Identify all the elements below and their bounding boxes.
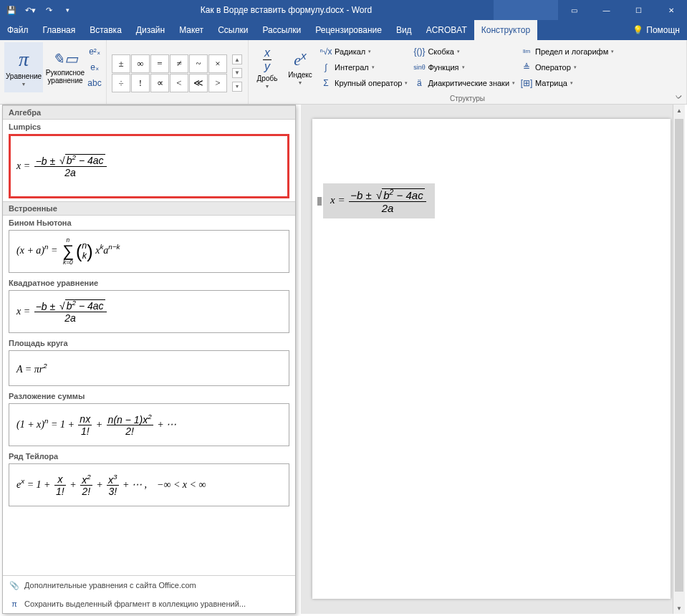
sym-propto[interactable]: ∝ xyxy=(150,74,169,92)
sym-neq[interactable]: ≠ xyxy=(170,54,188,73)
tab-file[interactable]: Файл xyxy=(0,20,36,40)
symbols-more-icon[interactable]: ▾ xyxy=(232,82,242,92)
window-controls: ▭ — ☐ ✕ xyxy=(494,0,687,20)
vertical-scrollbar[interactable]: ▲ ▼ xyxy=(673,105,685,614)
gallery-item-taylor[interactable]: ex = 1 + x1! + x22! + x33! + ⋯ , −∞ < x … xyxy=(9,463,289,506)
ink-equation-button[interactable]: ✎▭ Рукописное уравнение xyxy=(46,42,85,92)
limits-icon: lim xyxy=(521,46,532,57)
radical-icon: ⁿ√x xyxy=(320,46,332,57)
ribbon-group-structures: xy Дробь ▼ ex Индекс ▼ ⁿ√xРадикал ▾ ∫Инт… xyxy=(249,40,687,104)
matrix-icon: [⊞] xyxy=(521,77,532,89)
scroll-up-icon[interactable]: ▲ xyxy=(673,105,685,116)
collapse-ribbon-icon[interactable]: ᨆ xyxy=(676,92,683,101)
symbols-grid: ± ∞ = ≠ ~ × ÷ ! ∝ < ≪ > xyxy=(111,54,228,93)
gallery-item-binomial[interactable]: (x + a)n = n∑k=0(nk) xkan−k xyxy=(9,230,289,273)
index-button[interactable]: ex Индекс ▼ xyxy=(284,42,316,92)
document-page[interactable]: x = −b ± b2 − 4ac2a xyxy=(312,119,671,599)
symbols-down-icon[interactable]: ▼ xyxy=(232,68,242,78)
limits-button[interactable]: limПредел и логарифм ▾ xyxy=(519,44,615,59)
quick-access-toolbar: 💾 ↶▾ ↷ ▾ xyxy=(0,0,79,20)
fraction-icon: xy xyxy=(261,47,273,73)
sym-infinity[interactable]: ∞ xyxy=(131,54,150,73)
scrollbar-thumb[interactable] xyxy=(675,119,683,592)
gallery-category-algebra: Алгебра xyxy=(3,105,295,120)
lightbulb-icon: 💡 xyxy=(633,25,643,35)
symbols-up-icon[interactable]: ▲ xyxy=(232,54,242,64)
ribbon-tabs: Файл Главная Вставка Дизайн Макет Ссылки… xyxy=(0,20,687,40)
tab-acrobat[interactable]: ACROBAT xyxy=(419,20,474,40)
matrix-button[interactable]: [⊞]Матрица ▾ xyxy=(519,75,615,90)
equation-button[interactable]: π Уравнение ▼ xyxy=(4,42,43,92)
gallery-section-binomial: Бином Ньютона xyxy=(3,216,295,228)
tab-references[interactable]: Ссылки xyxy=(211,20,255,40)
index-icon: ex xyxy=(294,49,306,69)
integral-icon: ∫ xyxy=(320,62,332,73)
sym-tilde[interactable]: ~ xyxy=(189,54,208,73)
ribbon-group-tools: π Уравнение ▼ ✎▭ Рукописное уравнение e²… xyxy=(0,40,107,104)
integral-button[interactable]: ∫Интеграл ▾ xyxy=(319,59,409,74)
linear-btn[interactable]: eₓ xyxy=(87,59,102,74)
tab-mailings[interactable]: Рассылки xyxy=(255,20,308,40)
fraction-button[interactable]: xy Дробь ▼ xyxy=(253,42,282,92)
equation-handle[interactable] xyxy=(317,197,322,206)
ink-icon: ✎▭ xyxy=(52,50,78,67)
sym-factorial[interactable]: ! xyxy=(131,74,150,92)
undo-icon[interactable]: ↶▾ xyxy=(21,0,39,20)
function-button[interactable]: sinθФункция ▾ xyxy=(412,59,517,74)
sym-times[interactable]: × xyxy=(208,54,227,73)
bracket-button[interactable]: {()}Скобка ▾ xyxy=(412,44,517,59)
close-button[interactable]: ✕ xyxy=(655,0,687,20)
operator-icon: ≜ xyxy=(521,62,532,73)
ribbon-group-symbols: ± ∞ = ≠ ~ × ÷ ! ∝ < ≪ > ▲ ▼ ▾ xyxy=(107,40,249,104)
gallery-section-sum-expansion: Разложение суммы xyxy=(3,389,295,402)
save-icon[interactable]: 💾 xyxy=(3,0,20,20)
large-operator-button[interactable]: ΣКрупный оператор ▾ xyxy=(319,75,409,90)
tab-insert[interactable]: Вставка xyxy=(82,20,129,40)
tab-constructor[interactable]: Конструктор xyxy=(474,20,537,40)
tab-design[interactable]: Дизайн xyxy=(129,20,172,40)
scroll-down-icon[interactable]: ▼ xyxy=(673,602,685,614)
bracket-icon: {()} xyxy=(413,46,425,57)
tab-review[interactable]: Рецензирование xyxy=(308,20,389,40)
tab-view[interactable]: Вид xyxy=(389,20,419,40)
symbols-scroll: ▲ ▼ ▾ xyxy=(231,53,244,93)
sym-gt[interactable]: > xyxy=(208,74,227,92)
sym-lt[interactable]: < xyxy=(170,74,188,92)
sym-divide[interactable]: ÷ xyxy=(112,74,130,92)
professional-btn[interactable]: e²ₓ xyxy=(87,44,102,59)
structures-col-3: limПредел и логарифм ▾ ≜Оператор ▾ [⊞]Ма… xyxy=(519,42,615,90)
sym-much-lt[interactable]: ≪ xyxy=(189,74,208,92)
operator-button[interactable]: ≜Оператор ▾ xyxy=(519,59,615,74)
account-area[interactable] xyxy=(494,0,558,20)
tab-layout[interactable]: Макет xyxy=(172,20,211,40)
gallery-item-lumpics-quadratic[interactable]: x = −b ± b2 − 4ac2a xyxy=(9,134,289,198)
diacritical-button[interactable]: äДиакритические знаки ▾ xyxy=(412,75,517,90)
sigma-icon: Σ xyxy=(320,77,332,89)
tell-me[interactable]: 💡 Помощн xyxy=(625,20,687,40)
window-title: Как в Ворде вставить формулу.docx - Word xyxy=(79,5,494,15)
document-equation[interactable]: x = −b ± b2 − 4ac2a xyxy=(323,183,435,218)
gallery-item-circle-area[interactable]: A = πr2 xyxy=(9,350,289,386)
gallery-section-circle-area: Площадь круга xyxy=(3,336,295,349)
ribbon: π Уравнение ▼ ✎▭ Рукописное уравнение e²… xyxy=(0,40,687,105)
gallery-item-sum-expansion[interactable]: (1 + x)n = 1 + nx1! + n(n − 1)x22! + ⋯ xyxy=(9,403,289,446)
gallery-category-builtin: Встроенные xyxy=(3,201,295,216)
pi-small-icon: π xyxy=(9,598,20,610)
normal-text-btn[interactable]: abc xyxy=(87,75,102,90)
equation-gallery-dropdown: Алгебра Lumpics x = −b ± b2 − 4ac2a Встр… xyxy=(2,105,296,614)
redo-icon[interactable]: ↷ xyxy=(40,0,57,20)
qa-customize-icon[interactable]: ▾ xyxy=(59,0,76,20)
gallery-more-equations[interactable]: 📎 Дополнительные уравнения с сайта Offic… xyxy=(3,576,295,595)
ribbon-display-icon[interactable]: ▭ xyxy=(558,0,590,20)
radical-button[interactable]: ⁿ√xРадикал ▾ xyxy=(319,44,409,59)
tab-home[interactable]: Главная xyxy=(36,20,83,40)
structures-group-label: Структуры xyxy=(253,93,682,104)
gallery-item-quadratic[interactable]: x = −b ± b2 − 4ac2a xyxy=(9,290,289,333)
document-area: x = −b ± b2 − 4ac2a ▲ ▼ xyxy=(301,105,685,614)
minimize-button[interactable]: — xyxy=(590,0,623,20)
maximize-button[interactable]: ☐ xyxy=(623,0,655,20)
sym-equals[interactable]: = xyxy=(150,54,169,73)
sym-plusminus[interactable]: ± xyxy=(112,54,130,73)
office-icon: 📎 xyxy=(9,579,20,591)
gallery-save-selection[interactable]: π Сохранить выделенный фрагмент в коллек… xyxy=(3,595,295,613)
